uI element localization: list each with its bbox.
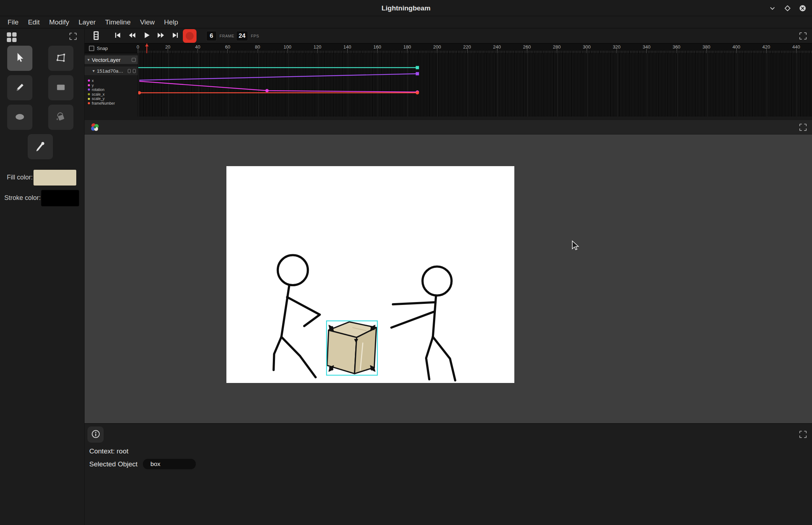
eyedropper-icon (33, 140, 47, 154)
menu-view[interactable]: View (135, 16, 159, 28)
rectangle-icon (54, 81, 68, 95)
filmstrip-button[interactable] (90, 30, 103, 42)
cursor-icon (13, 51, 27, 66)
snap-checkbox[interactable] (89, 46, 94, 51)
tool-panel-fullscreen-button[interactable] (68, 32, 78, 42)
caret-down-icon[interactable]: ▾ (93, 68, 95, 73)
property-row-scale_y[interactable]: scale_y (85, 96, 138, 101)
maximize-icon[interactable] (783, 4, 792, 13)
property-name: scale_x (92, 92, 105, 96)
visibility-toggle-icon[interactable] (128, 69, 131, 73)
property-row-x[interactable]: x (85, 78, 138, 83)
skip-to-end-icon (171, 31, 180, 41)
keyframe-point[interactable] (416, 72, 419, 76)
stage[interactable] (226, 166, 514, 383)
canvas-area[interactable] (85, 134, 812, 423)
menu-modify[interactable]: Modify (44, 16, 74, 28)
box-object[interactable] (327, 322, 376, 374)
property-name: rotation (92, 88, 104, 92)
playhead[interactable] (146, 44, 147, 53)
keyframe-point[interactable] (138, 91, 141, 94)
caret-down-icon[interactable]: ▾ (87, 57, 90, 62)
property-color-dot (88, 102, 90, 104)
paint-bucket-icon (54, 110, 68, 125)
panel-grid-button[interactable] (4, 30, 19, 45)
layer-row-object[interactable]: ▾ 151ad70a… (85, 67, 138, 75)
ruler-label-160: 160 (373, 44, 381, 50)
selected-object-value[interactable]: box (143, 459, 196, 469)
ruler-label-360: 360 (673, 44, 681, 50)
stick-figure-left[interactable] (274, 255, 320, 378)
fill-color-label: Fill color: (7, 174, 33, 181)
property-row-scale_x[interactable]: scale_x (85, 92, 138, 97)
eyedropper-tool-button[interactable] (28, 134, 53, 159)
keyframe-graph[interactable] (138, 53, 812, 117)
minimize-icon[interactable] (768, 4, 777, 13)
fps-caption: FPS (251, 28, 259, 44)
ruler-label-380: 380 (703, 44, 710, 50)
lock-toggle-icon[interactable] (133, 69, 136, 73)
rectangle-tool-button[interactable] (48, 75, 73, 100)
curve-purple[interactable] (139, 74, 418, 80)
ruler-label-260: 260 (523, 44, 531, 50)
ruler-label-60: 60 (225, 44, 230, 50)
keyframe-point[interactable] (416, 91, 419, 94)
fill-color-swatch[interactable] (33, 169, 77, 186)
keyframe-point[interactable] (416, 66, 419, 69)
filmstrip-icon (91, 30, 101, 42)
rewind-button[interactable] (125, 29, 139, 42)
fullscreen-icon (798, 430, 808, 440)
paint-bucket-tool-button[interactable] (48, 105, 73, 130)
property-row-rotation[interactable]: rotation (85, 87, 138, 92)
animation-curves[interactable] (138, 53, 812, 117)
skip-to-end-button[interactable] (168, 29, 182, 42)
timeline-fullscreen-button[interactable] (798, 31, 808, 42)
property-row-frameNumber[interactable]: frameNumber (85, 101, 138, 106)
property-name: scale_y (92, 97, 105, 101)
fast-forward-button[interactable] (154, 29, 168, 42)
timeline-ruler[interactable]: 0204060801001201401601802002202402602803… (138, 44, 812, 53)
ellipse-tool-button[interactable] (7, 105, 32, 130)
play-button[interactable] (139, 29, 154, 42)
ruler-label-200: 200 (433, 44, 441, 50)
menu-layer[interactable]: Layer (74, 16, 100, 28)
transform-icon (54, 51, 68, 66)
canvas-toolbar (85, 120, 812, 134)
info-icon (91, 429, 101, 440)
property-rows: xyrotationscale_xscale_yframeNumber (85, 78, 138, 106)
selected-object-row: Selected Object box (89, 459, 137, 469)
record-icon (186, 32, 194, 40)
pencil-tool-button[interactable] (7, 75, 32, 100)
frame-number-display[interactable]: 6 (206, 31, 217, 41)
property-color-dot (88, 79, 90, 82)
frame-caption: FRAME (220, 28, 234, 44)
ruler-label-340: 340 (643, 44, 651, 50)
selected-object-label: Selected Object (89, 460, 137, 468)
app-title: Lightningbeam (0, 0, 812, 16)
canvas-fullscreen-button[interactable] (798, 123, 808, 133)
fps-display[interactable]: 24 (236, 31, 248, 41)
window-controls (768, 0, 807, 16)
timeline-tracks: ▾ VectorLayer ▾ 151ad70a… xyrotationscal… (85, 53, 812, 117)
skip-to-start-button[interactable] (110, 29, 125, 42)
fullscreen-icon (68, 32, 78, 42)
stroke-color-swatch[interactable] (41, 190, 79, 206)
fast-forward-icon (156, 31, 166, 41)
keyframe-point[interactable] (265, 89, 269, 92)
curve-magenta[interactable] (139, 81, 418, 92)
transform-tool-button[interactable] (48, 46, 73, 71)
close-icon[interactable] (798, 4, 807, 13)
menu-file[interactable]: File (3, 16, 23, 28)
stick-figure-right[interactable] (391, 266, 455, 380)
record-button[interactable] (183, 29, 197, 43)
menu-help[interactable]: Help (159, 16, 183, 28)
info-button[interactable] (87, 426, 104, 443)
select-tool-button[interactable] (7, 46, 32, 71)
rewind-icon (127, 31, 137, 41)
layer-toggle-icon[interactable] (132, 58, 136, 62)
menu-timeline[interactable]: Timeline (100, 16, 135, 28)
property-row-y[interactable]: y (85, 83, 138, 88)
menu-edit[interactable]: Edit (23, 16, 45, 28)
layer-row-vectorlayer[interactable]: ▾ VectorLayer (85, 55, 138, 64)
inspector-fullscreen-button[interactable] (798, 430, 808, 440)
